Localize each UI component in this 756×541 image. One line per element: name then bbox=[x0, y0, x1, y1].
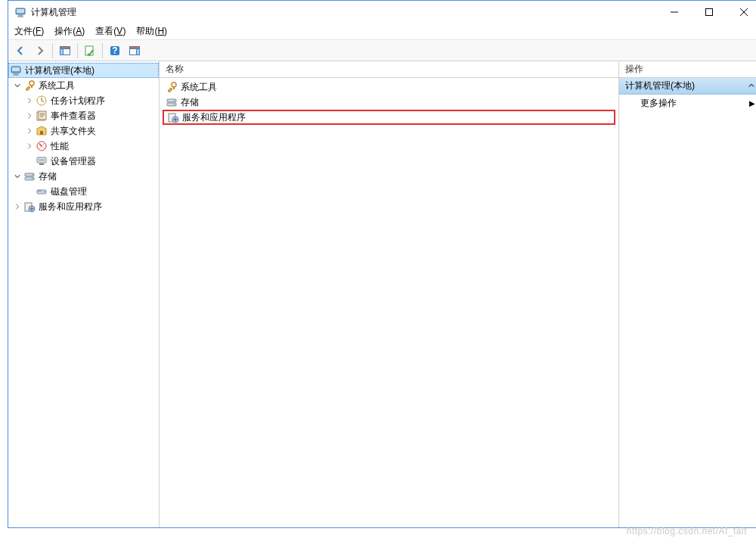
column-name: 名称 bbox=[166, 63, 184, 76]
show-hide-tree-button[interactable] bbox=[56, 42, 74, 60]
tree-label: 事件查看器 bbox=[51, 110, 96, 123]
disk-icon bbox=[36, 185, 48, 197]
tree-label: 任务计划程序 bbox=[51, 95, 105, 107]
help-button[interactable] bbox=[106, 42, 124, 60]
tree-node-disk-management[interactable]: 磁盘管理 bbox=[8, 184, 159, 199]
back-icon bbox=[14, 45, 26, 57]
services-icon bbox=[23, 201, 36, 213]
tree-label: 系统工具 bbox=[39, 79, 75, 92]
list-body[interactable]: 系统工具 存储 服务和应用程序 bbox=[160, 78, 618, 527]
performance-icon bbox=[36, 140, 48, 152]
action-more-operations[interactable]: 更多操作 ▶ bbox=[619, 95, 756, 111]
clock-icon bbox=[36, 95, 48, 107]
chevron-right-icon: ▶ bbox=[749, 99, 755, 107]
actions-header: 操作 bbox=[619, 61, 756, 78]
toolbar bbox=[8, 40, 756, 61]
expander-icon[interactable] bbox=[13, 202, 22, 211]
tree-label: 存储 bbox=[39, 170, 57, 183]
tree-node-event-viewer[interactable]: 事件查看器 bbox=[8, 108, 159, 123]
toolbar-separator bbox=[102, 43, 103, 58]
tools-icon bbox=[166, 81, 178, 93]
menu-help[interactable]: 帮助(H) bbox=[136, 25, 167, 38]
event-icon bbox=[36, 110, 48, 122]
properties-icon bbox=[84, 45, 96, 57]
tree-node-services-apps[interactable]: 服务和应用程序 bbox=[8, 199, 159, 214]
services-icon bbox=[167, 111, 179, 123]
maximize-button[interactable] bbox=[692, 1, 727, 23]
expander-icon[interactable] bbox=[25, 141, 34, 151]
share-icon bbox=[36, 125, 48, 137]
menubar: 文件(F) 操作(A) 查看(V) 帮助(H) bbox=[8, 23, 756, 40]
tree-label: 服务和应用程序 bbox=[39, 201, 102, 213]
list-item-label: 存储 bbox=[181, 96, 199, 109]
storage-icon bbox=[23, 170, 36, 182]
tree-root[interactable]: 计算机管理(本地) bbox=[8, 63, 159, 78]
menu-view[interactable]: 查看(V) bbox=[95, 25, 125, 38]
expander-icon[interactable] bbox=[13, 81, 22, 90]
tree-node-task-scheduler[interactable]: 任务计划程序 bbox=[8, 93, 159, 108]
help-icon bbox=[109, 45, 121, 57]
tree-node-performance[interactable]: 性能 bbox=[8, 138, 159, 154]
forward-button[interactable] bbox=[31, 42, 49, 60]
tree-label: 磁盘管理 bbox=[51, 185, 87, 198]
content-area: 计算机管理(本地) 系统工具 任务计划程序 事件查看器 共享文件夹 bbox=[8, 61, 756, 527]
list-item-storage[interactable]: 存储 bbox=[163, 95, 615, 110]
show-hide-actions-button[interactable] bbox=[125, 42, 144, 60]
menu-action[interactable]: 操作(A) bbox=[54, 25, 85, 38]
expander-icon[interactable] bbox=[13, 172, 22, 181]
tree-node-device-manager[interactable]: 设备管理器 bbox=[8, 154, 159, 169]
close-button[interactable] bbox=[727, 1, 756, 23]
expander-icon[interactable] bbox=[25, 126, 34, 135]
actions-pane: 操作 计算机管理(本地) 更多操作 ▶ bbox=[619, 61, 756, 527]
device-icon bbox=[36, 155, 48, 167]
svg-rect-33 bbox=[706, 9, 713, 16]
actions-section-header[interactable]: 计算机管理(本地) bbox=[619, 78, 756, 95]
list-column-header[interactable]: 名称 bbox=[160, 61, 618, 78]
list-item-label: 系统工具 bbox=[181, 81, 217, 94]
actions-title: 操作 bbox=[625, 63, 643, 76]
minimize-button[interactable] bbox=[657, 1, 692, 23]
panels-icon bbox=[59, 45, 71, 57]
app-icon bbox=[14, 6, 26, 18]
tree-label: 计算机管理(本地) bbox=[25, 64, 94, 77]
collapse-icon[interactable] bbox=[748, 81, 755, 92]
computer-icon bbox=[10, 64, 22, 76]
expander-icon[interactable] bbox=[25, 96, 34, 105]
tree-label: 共享文件夹 bbox=[51, 125, 96, 138]
tree-label: 性能 bbox=[51, 140, 69, 153]
window-controls bbox=[657, 1, 756, 23]
list-item-system-tools[interactable]: 系统工具 bbox=[163, 79, 615, 95]
list-item-label: 服务和应用程序 bbox=[182, 111, 246, 124]
list-pane: 名称 系统工具 存储 服务和应用程序 bbox=[160, 61, 619, 527]
expander-icon[interactable] bbox=[25, 111, 34, 120]
watermark: https://blog.csdn.net/AI_talt bbox=[627, 526, 747, 536]
tree-label: 设备管理器 bbox=[51, 155, 96, 168]
app-window: 计算机管理 文件(F) 操作(A) 查看(V) 帮助(H) 计算机管理(本地) bbox=[8, 0, 756, 528]
forward-icon bbox=[34, 45, 46, 57]
toolbar-separator bbox=[52, 43, 53, 58]
tree-node-system-tools[interactable]: 系统工具 bbox=[8, 78, 159, 93]
properties-button[interactable] bbox=[81, 42, 99, 60]
action-label: 更多操作 bbox=[640, 97, 677, 110]
tree-pane[interactable]: 计算机管理(本地) 系统工具 任务计划程序 事件查看器 共享文件夹 bbox=[8, 61, 160, 527]
toolbar-separator bbox=[77, 43, 78, 58]
window-title: 计算机管理 bbox=[31, 6, 657, 19]
panels2-icon bbox=[129, 45, 141, 57]
list-item-services-apps[interactable]: 服务和应用程序 bbox=[163, 110, 615, 125]
storage-icon bbox=[166, 96, 178, 108]
titlebar[interactable]: 计算机管理 bbox=[8, 1, 756, 23]
tree-node-storage[interactable]: 存储 bbox=[8, 169, 159, 184]
tree-node-shared-folders[interactable]: 共享文件夹 bbox=[8, 123, 159, 138]
actions-section-label: 计算机管理(本地) bbox=[625, 79, 695, 92]
tools-icon bbox=[23, 79, 36, 92]
menu-file[interactable]: 文件(F) bbox=[14, 25, 44, 38]
back-button[interactable] bbox=[11, 42, 29, 60]
